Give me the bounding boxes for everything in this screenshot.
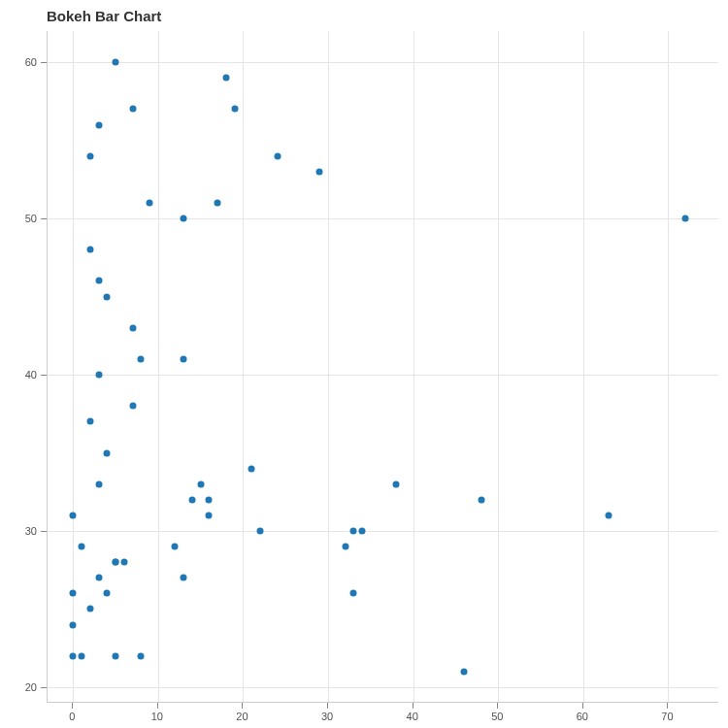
data-point <box>86 152 93 159</box>
tick-y <box>41 62 47 63</box>
data-point <box>350 590 357 597</box>
data-point <box>95 575 102 581</box>
data-point <box>461 668 468 675</box>
tick-x <box>667 703 668 709</box>
x-tick-label: 30 <box>321 711 333 722</box>
data-point <box>231 106 238 113</box>
y-axis: 2030405060 <box>0 31 47 703</box>
data-point <box>393 480 400 487</box>
data-point <box>606 512 612 518</box>
data-point <box>70 621 77 628</box>
gridline-h <box>48 687 718 688</box>
data-point <box>181 355 187 362</box>
data-point <box>181 215 187 222</box>
tick-x <box>327 703 328 709</box>
gridline-h <box>48 375 718 376</box>
data-point <box>120 559 127 566</box>
tick-y <box>41 687 47 688</box>
data-point <box>188 496 195 503</box>
data-point <box>129 403 136 410</box>
x-tick-label: 60 <box>577 711 588 722</box>
data-point <box>222 75 229 82</box>
data-point <box>172 544 179 550</box>
data-point <box>138 652 145 659</box>
x-tick-label: 20 <box>236 711 248 722</box>
data-point <box>79 544 85 550</box>
y-tick-label: 30 <box>25 525 37 537</box>
data-point <box>138 355 145 362</box>
tick-y <box>41 375 47 376</box>
data-point <box>79 652 85 659</box>
x-tick-label: 70 <box>661 711 673 722</box>
data-point <box>350 527 357 534</box>
data-point <box>104 590 111 597</box>
y-tick-label: 40 <box>25 369 37 381</box>
data-point <box>86 418 93 425</box>
data-point <box>129 106 136 113</box>
data-point <box>104 449 111 456</box>
tick-x <box>157 703 158 709</box>
data-point <box>86 247 93 253</box>
gridline-h <box>48 531 718 532</box>
data-point <box>478 496 484 503</box>
tick-x <box>72 703 73 709</box>
chart-title: Bokeh Bar Chart <box>47 8 161 24</box>
data-point <box>113 559 119 566</box>
data-point <box>113 59 119 66</box>
data-point <box>197 480 204 487</box>
tick-y <box>41 531 47 532</box>
data-point <box>113 652 119 659</box>
data-point <box>95 278 102 284</box>
gridline-h <box>48 62 718 63</box>
gridline-v <box>414 31 414 702</box>
gridline-h <box>48 218 718 219</box>
data-point <box>95 121 102 128</box>
y-tick-label: 50 <box>25 213 37 224</box>
data-point <box>70 652 77 659</box>
gridline-v <box>498 31 499 702</box>
data-point <box>86 606 93 612</box>
tick-x <box>582 703 583 709</box>
gridline-v <box>158 31 159 702</box>
x-axis: 010203040506070 <box>47 703 718 722</box>
data-point <box>342 544 348 550</box>
gridline-v <box>668 31 669 702</box>
data-point <box>95 372 102 379</box>
x-tick-label: 50 <box>491 711 503 722</box>
tick-x <box>413 703 414 709</box>
data-point <box>206 512 213 518</box>
x-tick-label: 40 <box>407 711 418 722</box>
data-point <box>70 590 77 597</box>
gridline-v <box>243 31 244 702</box>
data-point <box>70 512 77 518</box>
y-tick-label: 20 <box>25 681 37 693</box>
data-point <box>104 293 111 300</box>
data-point <box>248 465 255 472</box>
x-tick-label: 10 <box>151 711 163 722</box>
data-point <box>274 152 281 159</box>
data-point <box>359 527 366 534</box>
data-point <box>181 575 187 581</box>
y-tick-label: 60 <box>25 56 37 68</box>
gridline-v <box>73 31 74 702</box>
data-point <box>129 324 136 331</box>
data-point <box>681 215 688 222</box>
data-point <box>147 200 153 207</box>
tick-x <box>497 703 498 709</box>
data-point <box>215 200 221 207</box>
data-point <box>256 527 263 534</box>
gridline-v <box>583 31 584 702</box>
data-point <box>316 168 323 175</box>
data-point <box>206 496 213 503</box>
tick-x <box>242 703 243 709</box>
x-tick-label: 0 <box>69 711 75 722</box>
tick-y <box>41 218 47 219</box>
gridline-v <box>328 31 329 702</box>
plot-area <box>47 31 718 703</box>
data-point <box>95 480 102 487</box>
